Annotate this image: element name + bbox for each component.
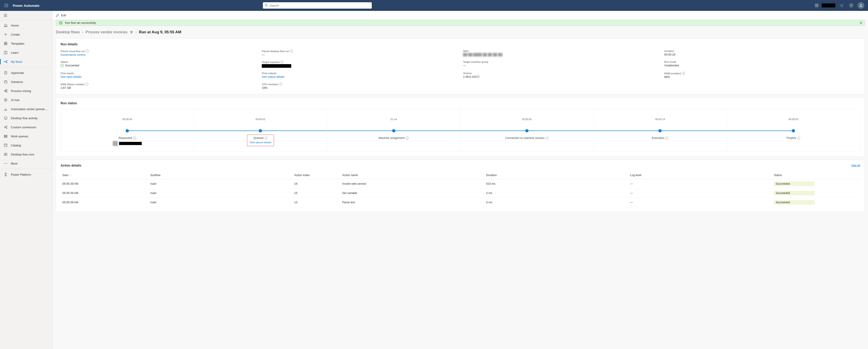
sidebar-item-more[interactable]: More bbox=[0, 159, 52, 168]
environment-name-redacted[interactable] bbox=[822, 3, 835, 7]
sidebar-item-approvals[interactable]: Approvals bbox=[0, 68, 52, 77]
edit-icon bbox=[56, 13, 59, 17]
environment-icon[interactable] bbox=[815, 4, 818, 7]
col-name[interactable]: Action name bbox=[340, 171, 485, 179]
svg-text:?: ? bbox=[850, 4, 852, 7]
sidebar-item-work-queues[interactable]: Work queues bbox=[0, 132, 52, 141]
stage-label: Requested i bbox=[118, 136, 136, 140]
info-icon[interactable]: i bbox=[797, 137, 800, 140]
settings-icon[interactable] bbox=[838, 2, 845, 9]
sidebar-item-catalog[interactable]: Catalog bbox=[0, 141, 52, 150]
edit-button[interactable]: Edit bbox=[56, 13, 66, 17]
info-icon[interactable]: i bbox=[279, 83, 282, 86]
stage-duration: 00:00:05 bbox=[463, 118, 591, 120]
info-icon[interactable]: i bbox=[86, 49, 89, 53]
svg-point-38 bbox=[4, 127, 5, 128]
detail-run-mode: Run modeUnattended bbox=[664, 61, 860, 68]
sidebar-item-label: Catalog bbox=[11, 144, 21, 147]
stage-duration: 00:00:14 bbox=[596, 118, 724, 120]
edit-label: Edit bbox=[61, 13, 66, 17]
stage-requested: 00:00:04✓Requested i bbox=[61, 109, 194, 151]
cell-status: Succeeded bbox=[774, 191, 815, 195]
sidebar-collapse-button[interactable] bbox=[0, 11, 52, 20]
connectors-icon bbox=[4, 125, 8, 129]
sidebar-item-desktop-flow-activity[interactable]: Desktop flow activity bbox=[0, 113, 52, 123]
sidebar-item-label: Automation center (previe… bbox=[11, 107, 48, 111]
detail-label: Target machine i bbox=[262, 61, 458, 64]
sidebar-item-automation-center-previe-[interactable]: Automation center (previe… bbox=[0, 104, 52, 113]
platform-icon bbox=[4, 172, 8, 177]
sidebar-item-custom-connectors[interactable]: Custom connectors bbox=[0, 123, 52, 132]
sidebar-item-process-mining[interactable]: Process mining bbox=[0, 86, 52, 95]
breadcrumb: Desktop flows › Process vendor invoices … bbox=[56, 30, 865, 34]
detail-version: Version2.48.6.24217 bbox=[463, 72, 659, 79]
info-icon[interactable]: i bbox=[133, 137, 136, 140]
svg-rect-21 bbox=[6, 42, 7, 43]
run-status-card: Run status 00:00:04✓Requested i00:00:02✓… bbox=[56, 98, 865, 156]
sidebar-item-label: My flows bbox=[11, 60, 23, 64]
svg-rect-41 bbox=[4, 135, 7, 136]
breadcrumb-desktop-flows[interactable]: Desktop flows bbox=[56, 30, 80, 34]
svg-rect-32 bbox=[6, 90, 7, 91]
book-icon bbox=[4, 50, 8, 55]
app-launcher-icon[interactable] bbox=[4, 3, 9, 8]
sidebar-item-ai-hub[interactable]: AI hub bbox=[0, 95, 52, 104]
table-row[interactable]: 05:55:38 AM main 13 Parse text 0 ms — Su… bbox=[61, 198, 860, 207]
detail-link[interactable]: Governance control bbox=[61, 53, 85, 57]
cell-index: 15 bbox=[292, 188, 340, 198]
sidebar-item-power-platform[interactable]: Power Platform bbox=[0, 170, 52, 179]
plus-icon bbox=[4, 32, 8, 36]
view-queue-link[interactable]: View queue details bbox=[249, 141, 271, 144]
process-icon bbox=[4, 89, 8, 93]
user-name-redacted bbox=[119, 142, 142, 145]
sidebar-item-solutions[interactable]: Solutions bbox=[0, 77, 52, 86]
sidebar-item-my-flows[interactable]: My flows bbox=[0, 57, 52, 66]
svg-point-27 bbox=[7, 61, 7, 61]
col-log[interactable]: Log level bbox=[628, 171, 772, 179]
col-status[interactable]: Status bbox=[772, 171, 860, 179]
detail-label: RAM (Bytes median) i bbox=[61, 83, 256, 86]
sidebar-item-learn[interactable]: Learn bbox=[0, 48, 52, 57]
search-input[interactable] bbox=[263, 2, 372, 9]
col-index[interactable]: Action index bbox=[292, 171, 340, 179]
table-row[interactable]: 05:55:39 AM main 15 Set variable 0 ms — … bbox=[61, 188, 860, 198]
col-duration[interactable]: Duration bbox=[484, 171, 628, 179]
stage-label: Connection to machine session i bbox=[505, 136, 549, 140]
svg-point-5 bbox=[7, 5, 8, 6]
see-all-link[interactable]: See all bbox=[851, 164, 860, 167]
info-icon[interactable]: i bbox=[406, 137, 409, 140]
sidebar-item-templates[interactable]: Templates bbox=[0, 39, 52, 48]
svg-rect-23 bbox=[6, 44, 7, 45]
chevron-right-icon: › bbox=[82, 30, 84, 34]
detail-label: Flow outputs bbox=[262, 72, 458, 75]
info-icon[interactable]: i bbox=[546, 137, 549, 140]
info-icon[interactable]: i bbox=[665, 137, 669, 140]
info-icon[interactable]: i bbox=[682, 72, 685, 75]
home-icon bbox=[4, 23, 8, 27]
info-icon[interactable]: i bbox=[265, 137, 268, 140]
sidebar-item-create[interactable]: Create bbox=[0, 30, 52, 39]
detail-link[interactable]: See output details bbox=[262, 75, 284, 78]
banner-close-icon[interactable] bbox=[860, 22, 862, 24]
stage-execution: 00:00:14✓Execution i bbox=[594, 109, 727, 151]
stage-duration: 00:00:04 bbox=[63, 118, 191, 120]
breadcrumb-flow-name[interactable]: Process vendor invoices bbox=[86, 30, 127, 34]
sidebar-item-home[interactable]: Home bbox=[0, 21, 52, 30]
user-avatar[interactable] bbox=[858, 2, 864, 9]
help-icon[interactable]: ? bbox=[848, 2, 855, 9]
svg-point-11 bbox=[841, 5, 842, 6]
detail-value: — bbox=[463, 64, 659, 67]
col-subflow[interactable]: Subflow bbox=[149, 171, 292, 179]
detail-label: Version bbox=[463, 72, 659, 75]
top-header: Power Automate ? bbox=[0, 0, 868, 11]
info-icon[interactable]: i bbox=[86, 83, 89, 86]
stage-label: Finalize i bbox=[786, 136, 800, 140]
detail-label: Duration bbox=[664, 49, 860, 53]
runs-icon bbox=[4, 152, 8, 156]
detail-link[interactable]: See input details bbox=[61, 75, 82, 78]
table-row[interactable]: 05:55:39 AM main 16 Invoke web service 5… bbox=[61, 179, 860, 188]
info-icon[interactable]: i bbox=[281, 61, 283, 64]
col-start[interactable]: Start ↓ ⌄ bbox=[61, 171, 149, 179]
info-icon[interactable]: i bbox=[290, 49, 293, 53]
sidebar-item-desktop-flow-runs[interactable]: Desktop flow runs bbox=[0, 150, 52, 159]
